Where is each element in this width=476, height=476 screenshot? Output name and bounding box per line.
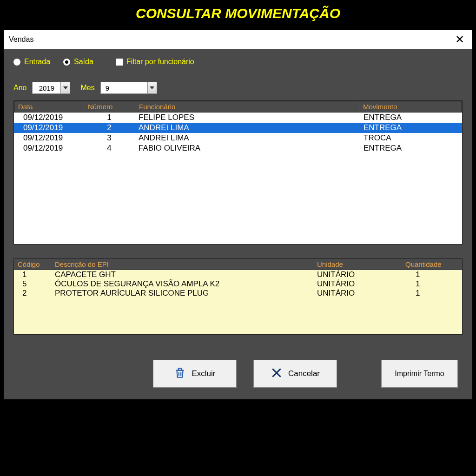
col-descricao[interactable]: Descrição do EPI [51,259,313,270]
movimentacao-table: Data Número Funcionário Movimento 09/12/… [13,100,463,245]
col-movimento[interactable]: Movimento [359,101,462,112]
col-data[interactable]: Data [14,101,84,112]
button-row: Excluir Cancelar Imprimir Termo [13,360,463,388]
cell-numero: 3 [84,133,135,143]
filter-row: Entrada Saída Filtar por funcionário [13,58,463,66]
table-row[interactable]: 09/12/20192ANDREI LIMAENTREGA [14,123,462,133]
cell-movimento: ENTREGA [360,143,462,153]
ano-value: 2019 [33,84,60,92]
cell-codigo: 2 [14,289,51,298]
close-icon[interactable]: ✕ [452,33,467,46]
table-header-row: Data Número Funcionário Movimento [14,101,462,112]
radio-entrada-label: Entrada [24,58,50,66]
excluir-label: Excluir [192,369,215,378]
ano-dropdown[interactable]: 2019 [32,82,70,94]
cell-descricao: CAPACETE GHT [51,270,313,279]
period-row: Ano 2019 Mes 9 [13,82,463,94]
cancelar-button[interactable]: Cancelar [253,360,337,388]
cell-funcionario: ANDREI LIMA [135,133,360,143]
radio-saida-label: Saída [74,58,93,66]
cancelar-label: Cancelar [288,369,320,378]
cell-funcionario: ANDREI LIMA [135,123,360,133]
radio-saida[interactable]: Saída [63,58,93,66]
cell-data: 09/12/2019 [14,123,84,133]
cell-data: 09/12/2019 [14,112,84,123]
excluir-button[interactable]: Excluir [153,360,237,388]
imprimir-label: Imprimir Termo [395,370,444,378]
cell-numero: 1 [84,112,135,123]
radio-entrada[interactable]: Entrada [13,58,50,66]
trash-icon [174,367,186,381]
window-titlebar: Vendas ✕ [4,30,472,49]
checkbox-filter-employee-label: Filtar por funcionário [126,58,194,66]
detail-row[interactable]: 2PROTETOR AURÍCULAR SILICONE PLUGUNITÁRI… [14,289,462,298]
ano-label: Ano [13,84,26,92]
mes-dropdown[interactable]: 9 [100,82,157,94]
cell-numero: 2 [84,123,135,133]
cell-data: 09/12/2019 [14,143,84,153]
cell-quantidade: 1 [402,279,462,289]
cell-movimento: ENTREGA [360,112,462,123]
mes-value: 9 [101,84,147,92]
cell-movimento: ENTREGA [360,123,462,133]
mes-label: Mes [80,84,94,92]
table-row[interactable]: 09/12/20191FELIPE LOPESENTREGA [14,112,462,123]
chevron-down-icon [147,82,157,93]
detail-body: 1CAPACETE GHTUNITÁRIO15ÓCULOS DE SEGURAN… [14,270,462,334]
table-row[interactable]: 09/12/20193ANDREI LIMATROCA [14,133,462,143]
window-title: Vendas [9,35,33,44]
imprimir-termo-button[interactable]: Imprimir Termo [381,360,458,388]
checkbox-icon [116,59,123,66]
cell-codigo: 5 [14,279,51,289]
detail-header-row: Código Descrição do EPI Unidade Quantida… [14,259,462,270]
cell-quantidade: 1 [402,289,462,298]
cell-codigo: 1 [14,270,51,279]
cell-descricao: ÓCULOS DE SEGURANÇA VISÃO AMPLA K2 [51,279,313,289]
cell-numero: 4 [84,143,135,153]
window: Vendas ✕ Entrada Saída Filtar por funcio… [4,30,472,399]
cell-unidade: UNITÁRIO [313,289,402,298]
chevron-down-icon [60,82,70,93]
close-icon [271,367,283,381]
cell-descricao: PROTETOR AURÍCULAR SILICONE PLUG [51,289,313,298]
detail-row[interactable]: 5ÓCULOS DE SEGURANÇA VISÃO AMPLA K2UNITÁ… [14,279,462,289]
cell-unidade: UNITÁRIO [313,270,402,279]
page-banner: CONSULTAR MOVIMENTAÇÃO [0,0,476,30]
col-funcionario[interactable]: Funcionário [135,101,359,112]
detail-row[interactable]: 1CAPACETE GHTUNITÁRIO1 [14,270,462,279]
table-body: 09/12/20191FELIPE LOPESENTREGA09/12/2019… [14,112,462,244]
checkbox-filter-employee[interactable]: Filtar por funcionário [116,58,194,66]
cell-funcionario: FELIPE LOPES [135,112,360,123]
cell-funcionario: FABIO OLIVEIRA [135,143,360,153]
cell-data: 09/12/2019 [14,133,84,143]
col-unidade[interactable]: Unidade [313,259,402,270]
cell-movimento: TROCA [360,133,462,143]
window-body: Entrada Saída Filtar por funcionário Ano… [4,49,472,399]
table-row[interactable]: 09/12/20194FABIO OLIVEIRAENTREGA [14,143,462,153]
radio-icon [13,59,20,66]
cell-quantidade: 1 [402,270,462,279]
detail-table: Código Descrição do EPI Unidade Quantida… [13,258,463,335]
col-codigo[interactable]: Código [14,259,51,270]
cell-unidade: UNITÁRIO [313,279,402,289]
radio-icon [63,59,70,66]
col-numero[interactable]: Número [84,101,135,112]
col-quantidade[interactable]: Quantidade [402,259,462,270]
